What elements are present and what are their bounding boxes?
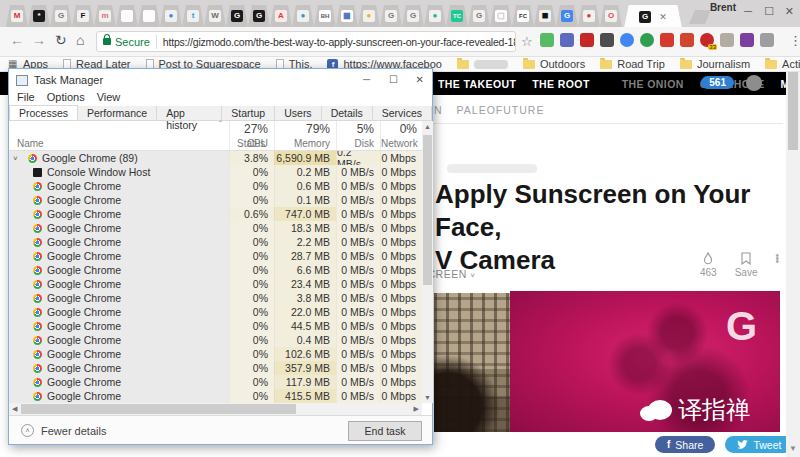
tab-users[interactable]: Users bbox=[275, 106, 321, 120]
more-options-control[interactable]: ••• bbox=[775, 252, 779, 278]
column-header-memory[interactable]: Memory bbox=[275, 138, 330, 149]
browser-tab[interactable]: M bbox=[6, 5, 28, 27]
browser-tab[interactable]: ▢ bbox=[490, 5, 512, 27]
back-icon[interactable]: ← bbox=[10, 33, 24, 47]
browser-tab[interactable]: G bbox=[556, 5, 578, 27]
browser-tab[interactable]: G bbox=[402, 5, 424, 27]
window-close-button[interactable]: ✕ bbox=[785, 6, 794, 17]
browser-tab[interactable]: G bbox=[380, 5, 402, 27]
browser-tab[interactable]: t bbox=[182, 5, 204, 27]
extension-icon[interactable]: 33 bbox=[700, 33, 714, 47]
extension-icon[interactable] bbox=[680, 33, 694, 47]
bookmark-item[interactable]: Road Trip bbox=[600, 58, 665, 70]
browser-tab[interactable]: FC bbox=[512, 5, 534, 27]
tab-processes[interactable]: Processes bbox=[9, 105, 78, 120]
forward-icon[interactable]: → bbox=[32, 33, 46, 47]
url-text[interactable]: https://gizmodo.com/the-best-way-to-appl… bbox=[163, 36, 516, 48]
page-scrollbar[interactable]: ▼ bbox=[786, 72, 800, 457]
process-row[interactable]: Google Chrome0%0.6 MB0 MB/s0 Mbps bbox=[9, 179, 422, 193]
browser-tab[interactable]: ● bbox=[424, 5, 446, 27]
process-row[interactable]: Google Chrome0%6.6 MB0 MB/s0 Mbps bbox=[9, 263, 422, 277]
process-row[interactable]: Google Chrome0%415.5 MB0 MB/s0 Mbps bbox=[9, 389, 422, 403]
page-scrollbar-thumb[interactable] bbox=[788, 72, 798, 150]
tm-vertical-scrollbar[interactable]: ▲ ▼ bbox=[422, 121, 433, 403]
process-row[interactable]: Console Window Host0%0.2 MB0 MB/s0 Mbps bbox=[9, 165, 422, 179]
menu-file[interactable]: File bbox=[17, 91, 35, 105]
profile-name[interactable]: Brent bbox=[710, 2, 736, 13]
menu-options[interactable]: Options bbox=[47, 91, 85, 105]
menu-view[interactable]: View bbox=[97, 91, 121, 105]
scroll-left-icon[interactable]: ◀ bbox=[12, 405, 17, 413]
process-row[interactable]: Google Chrome0%0.1 MB0 MB/s0 Mbps bbox=[9, 193, 422, 207]
tm-hscroll-thumb[interactable] bbox=[21, 404, 296, 414]
nav-item[interactable]: THE ONION bbox=[622, 78, 684, 90]
bookmark-item[interactable] bbox=[457, 60, 508, 69]
browser-tab[interactable]: ● bbox=[578, 5, 600, 27]
browser-tab[interactable]: m bbox=[94, 5, 116, 27]
tab-app-history[interactable]: App history bbox=[157, 106, 222, 120]
extension-icon[interactable] bbox=[720, 33, 734, 47]
browser-tab[interactable]: ● bbox=[292, 5, 314, 27]
process-row[interactable]: Google Chrome0%0.4 MB0 MB/s0 Mbps bbox=[9, 333, 422, 347]
extension-icon[interactable] bbox=[600, 33, 614, 47]
tm-vscroll-thumb[interactable] bbox=[423, 135, 432, 285]
browser-tab[interactable]: G bbox=[468, 5, 490, 27]
column-header-network[interactable]: Network bbox=[381, 138, 417, 149]
home-icon[interactable]: ⌂ bbox=[76, 33, 84, 47]
notification-badge[interactable]: 561 bbox=[701, 76, 734, 89]
extension-icon[interactable] bbox=[540, 33, 554, 47]
browser-tab[interactable]: ◼ bbox=[534, 5, 556, 27]
process-row[interactable]: Google Chrome0%3.8 MB0 MB/s0 Mbps bbox=[9, 291, 422, 305]
browser-tab-active[interactable]: G✕ bbox=[624, 5, 682, 28]
browser-tab[interactable]: G bbox=[248, 5, 270, 27]
tweet-button[interactable]: Tweet bbox=[725, 436, 793, 453]
tab-startup[interactable]: Startup bbox=[222, 106, 275, 120]
browser-tab[interactable]: BH bbox=[314, 5, 336, 27]
nav-item[interactable]: THE TAKEOUT bbox=[438, 78, 516, 90]
extension-icon[interactable] bbox=[660, 33, 674, 47]
subnav-item-partial[interactable]: N bbox=[434, 104, 443, 116]
browser-tab[interactable]: O bbox=[600, 5, 622, 27]
browser-tab[interactable]: ● bbox=[160, 5, 182, 27]
avatar[interactable] bbox=[746, 75, 762, 91]
column-header-cpu[interactable]: CPU bbox=[230, 138, 268, 149]
browser-tab[interactable]: G bbox=[226, 5, 248, 27]
end-task-button[interactable]: End task bbox=[348, 421, 422, 441]
browser-tab[interactable]: W bbox=[204, 5, 226, 27]
browser-tab[interactable]: G bbox=[50, 5, 72, 27]
bookmark-item[interactable]: Outdoors bbox=[523, 58, 585, 70]
tm-close-button[interactable]: ✕ bbox=[416, 74, 424, 85]
browser-tab[interactable]: A bbox=[270, 5, 292, 27]
facebook-share-button[interactable]: f Share bbox=[655, 436, 715, 453]
tab-services[interactable]: Services bbox=[373, 106, 432, 120]
browser-tab[interactable]: ▦ bbox=[336, 5, 358, 27]
browser-tab[interactable]: F bbox=[72, 5, 94, 27]
tm-minimize-button[interactable]: ─ bbox=[363, 74, 370, 85]
tab-details[interactable]: Details bbox=[322, 106, 373, 120]
new-tab-button[interactable] bbox=[689, 10, 711, 24]
tm-horizontal-scrollbar[interactable]: ◀ ▶ bbox=[9, 403, 422, 415]
column-header-name[interactable]: Name bbox=[17, 138, 44, 149]
process-row[interactable]: Google Chrome0%357.9 MB0 MB/s0 Mbps bbox=[9, 361, 422, 375]
browser-tab[interactable]: * bbox=[28, 5, 50, 27]
extension-icon[interactable] bbox=[620, 33, 634, 47]
bookmark-item[interactable]: Acting/Writing/Film bbox=[765, 58, 800, 70]
process-row[interactable]: Google Chrome0%28.7 MB0 MB/s0 Mbps bbox=[9, 249, 422, 263]
address-bar[interactable]: Secure https://gizmodo.com/the-best-way-… bbox=[96, 31, 516, 52]
scroll-up-icon[interactable]: ▲ bbox=[424, 123, 431, 130]
fewer-details-toggle[interactable]: ˄ Fewer details bbox=[21, 424, 106, 437]
process-row[interactable]: Google Chrome0%44.5 MB0 MB/s0 Mbps bbox=[9, 319, 422, 333]
browser-tab[interactable] bbox=[116, 5, 138, 27]
save-control[interactable]: Save bbox=[735, 252, 758, 278]
bookmark-item[interactable]: Journalism bbox=[680, 58, 750, 70]
process-row[interactable]: Google Chrome0.6%747.0 MB0 MB/s0 Mbps bbox=[9, 207, 422, 221]
browser-menu-icon[interactable]: ⋮ bbox=[789, 33, 800, 48]
scroll-right-icon[interactable]: ▶ bbox=[414, 405, 419, 413]
process-row[interactable]: Google Chrome0%102.6 MB0 MB/s0 Mbps bbox=[9, 347, 422, 361]
process-row[interactable]: ˅Google Chrome (89)3.8%6,590.9 MB0.2 MB/… bbox=[9, 151, 422, 165]
extension-icon[interactable] bbox=[580, 33, 594, 47]
process-row[interactable]: Google Chrome0%22.0 MB0 MB/s0 Mbps bbox=[9, 305, 422, 319]
bookmark-star-icon[interactable]: ☆ bbox=[521, 34, 533, 49]
scroll-down-arrow-icon[interactable]: ▼ bbox=[789, 444, 797, 453]
nav-item[interactable]: THE ROOT bbox=[532, 78, 589, 90]
